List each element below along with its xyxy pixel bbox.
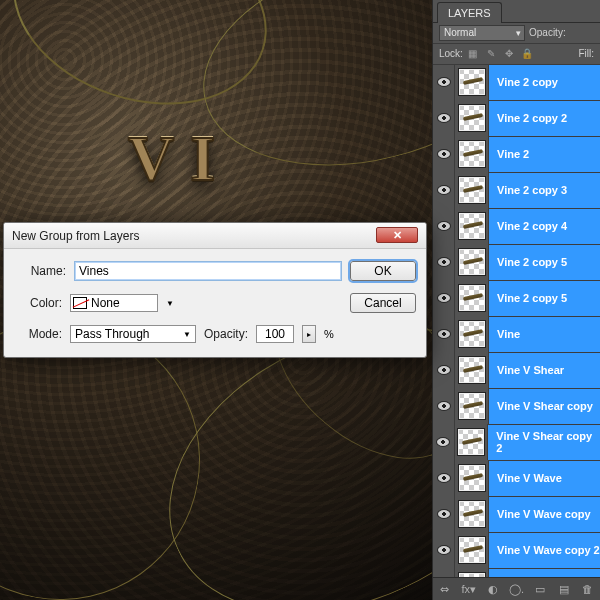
close-button[interactable]: ✕ [376, 227, 418, 243]
visibility-toggle[interactable] [433, 496, 455, 532]
layer-name[interactable]: Vine 2 copy [489, 65, 600, 100]
layer-thumbnail[interactable] [455, 244, 489, 280]
eye-icon [437, 293, 451, 303]
tab-layers[interactable]: LAYERS [437, 2, 502, 23]
layer-row[interactable]: Vine 2 copy 4 [433, 209, 600, 245]
name-input[interactable] [74, 261, 342, 281]
layer-name[interactable]: Vine V Shear copy [489, 389, 600, 424]
layer-name[interactable]: Vine V Wave [489, 461, 600, 496]
visibility-toggle[interactable] [433, 316, 455, 352]
blend-mode-select[interactable]: Normal [439, 25, 525, 41]
mask-icon[interactable]: ◐ [484, 582, 502, 596]
layer-name[interactable]: Vine [489, 317, 600, 352]
dialog-titlebar[interactable]: New Group from Layers ✕ [4, 223, 426, 249]
cancel-button[interactable]: Cancel [350, 293, 416, 313]
layer-name[interactable]: Vine 2 copy 3 [489, 173, 600, 208]
layer-name[interactable]: Vine V Wave copy 3 [489, 569, 600, 577]
layer-row[interactable]: Vine V Shear copy 2 [433, 425, 600, 461]
thumbnail-icon [457, 428, 485, 456]
eye-icon [437, 221, 451, 231]
lock-position-icon[interactable]: ✥ [503, 48, 515, 60]
layer-row[interactable]: Vine 2 copy 3 [433, 173, 600, 209]
lock-pixels-icon[interactable]: ✎ [485, 48, 497, 60]
opacity-label: Opacity: [529, 27, 566, 38]
thumbnail-icon [458, 68, 486, 96]
layer-thumbnail[interactable] [455, 136, 489, 172]
visibility-toggle[interactable] [433, 424, 455, 460]
opacity-input[interactable] [256, 325, 294, 343]
mode-value: Pass Through [75, 327, 150, 341]
layer-name[interactable]: Vine 2 copy 4 [489, 209, 600, 244]
layer-row[interactable]: Vine V Wave copy 3 [433, 569, 600, 577]
ok-button[interactable]: OK [350, 261, 416, 281]
visibility-toggle[interactable] [433, 65, 455, 101]
link-layers-icon[interactable]: ⇔ [436, 582, 454, 596]
visibility-toggle[interactable] [433, 244, 455, 280]
layer-thumbnail[interactable] [455, 280, 489, 316]
layer-row[interactable]: Vine [433, 317, 600, 353]
layer-thumbnail[interactable] [455, 352, 489, 388]
lock-row: Lock: ▦ ✎ ✥ 🔒 Fill: [433, 44, 600, 65]
layer-row[interactable]: Vine 2 copy 5 [433, 281, 600, 317]
layer-row[interactable]: Vine 2 copy 2 [433, 101, 600, 137]
layer-name[interactable]: Vine 2 copy 2 [489, 101, 600, 136]
layer-thumbnail[interactable] [455, 208, 489, 244]
dialog-body: Name: OK Color: None ▼ Cancel Mode: Pass… [4, 249, 426, 357]
visibility-toggle[interactable] [433, 136, 455, 172]
layer-name[interactable]: Vine 2 copy 5 [489, 245, 600, 280]
layer-list: Vine 2 copyVine 2 copy 2Vine 2Vine 2 cop… [433, 65, 600, 577]
layer-thumbnail[interactable] [455, 496, 489, 532]
layer-row[interactable]: Vine V Shear copy [433, 389, 600, 425]
layer-row[interactable]: Vine 2 copy 5 [433, 245, 600, 281]
visibility-toggle[interactable] [433, 100, 455, 136]
thumbnail-icon [458, 572, 486, 577]
visibility-toggle[interactable] [433, 280, 455, 316]
layer-thumbnail[interactable] [455, 316, 489, 352]
visibility-toggle[interactable] [433, 388, 455, 424]
thumbnail-icon [458, 464, 486, 492]
fill-label: Fill: [578, 48, 594, 59]
layer-row[interactable]: Vine V Wave [433, 461, 600, 497]
fx-icon[interactable]: fx▾ [460, 582, 478, 596]
eye-icon [437, 77, 451, 87]
layer-thumbnail[interactable] [455, 65, 489, 101]
visibility-toggle[interactable] [433, 352, 455, 388]
visibility-toggle[interactable] [433, 460, 455, 496]
lock-transparency-icon[interactable]: ▦ [467, 48, 479, 60]
layer-name[interactable]: Vine V Shear copy 2 [488, 425, 600, 460]
visibility-toggle[interactable] [433, 568, 455, 577]
visibility-toggle[interactable] [433, 172, 455, 208]
layer-name[interactable]: Vine 2 copy 5 [489, 281, 600, 316]
layer-thumbnail[interactable] [455, 424, 489, 460]
mode-select[interactable]: Pass Through ▼ [70, 325, 196, 343]
thumbnail-icon [458, 500, 486, 528]
layer-thumbnail[interactable] [455, 532, 489, 568]
lock-all-icon[interactable]: 🔒 [521, 48, 533, 60]
layer-name[interactable]: Vine V Wave copy [489, 497, 600, 532]
color-select[interactable]: None [70, 294, 158, 312]
visibility-toggle[interactable] [433, 532, 455, 568]
new-layer-icon[interactable]: ▤ [555, 582, 573, 596]
eye-icon [437, 509, 451, 519]
layer-thumbnail[interactable] [455, 568, 489, 577]
trash-icon[interactable]: 🗑 [579, 582, 597, 596]
layer-thumbnail[interactable] [455, 460, 489, 496]
adjustment-icon[interactable]: ◯. [507, 582, 525, 596]
dialog-title: New Group from Layers [12, 229, 139, 243]
layer-thumbnail[interactable] [455, 100, 489, 136]
layer-row[interactable]: Vine 2 [433, 137, 600, 173]
layer-thumbnail[interactable] [455, 172, 489, 208]
layer-row[interactable]: Vine V Wave copy 2 [433, 533, 600, 569]
layer-name[interactable]: Vine V Wave copy 2 [489, 533, 600, 568]
layer-row[interactable]: Vine V Wave copy [433, 497, 600, 533]
layer-name[interactable]: Vine V Shear [489, 353, 600, 388]
chevron-down-icon[interactable]: ▼ [166, 299, 174, 308]
layer-name[interactable]: Vine 2 [489, 137, 600, 172]
blend-mode-value: Normal [444, 27, 476, 38]
layer-row[interactable]: Vine 2 copy [433, 65, 600, 101]
layer-row[interactable]: Vine V Shear [433, 353, 600, 389]
visibility-toggle[interactable] [433, 208, 455, 244]
group-icon[interactable]: ▭ [531, 582, 549, 596]
opacity-stepper[interactable]: ▸ [302, 325, 316, 343]
layer-thumbnail[interactable] [455, 388, 489, 424]
